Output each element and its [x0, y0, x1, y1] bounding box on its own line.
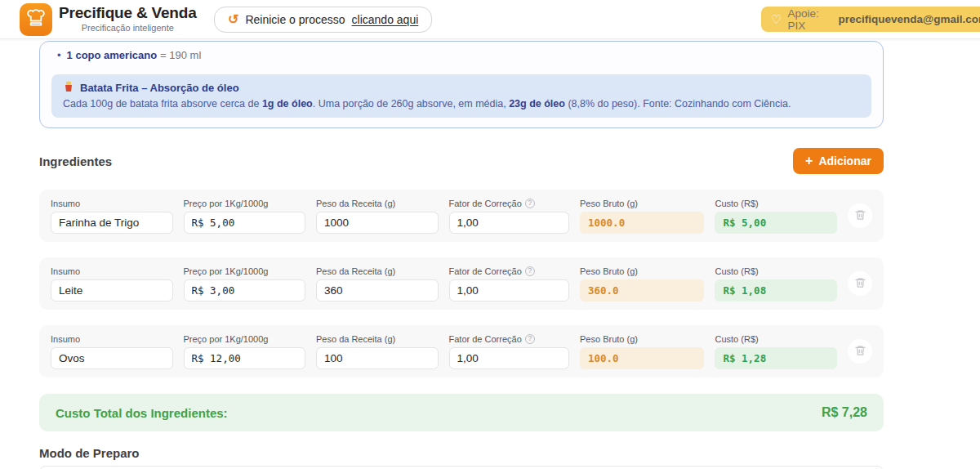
- refresh-icon: ↺: [228, 13, 238, 26]
- add-ingredient-label: Adicionar: [818, 154, 871, 168]
- bullet-icon: •: [57, 49, 61, 61]
- ingredient-row: Insumo Preço por 1Kg/1000g Peso da Recei…: [39, 190, 884, 242]
- peso-receita-input[interactable]: [316, 347, 439, 369]
- insumo-cell: Insumo: [51, 334, 173, 369]
- total-value: R$ 7,28: [822, 405, 867, 420]
- preco-input[interactable]: [184, 347, 306, 369]
- fator-cell: Fator de Correção?: [449, 199, 570, 234]
- trash-icon: [854, 276, 866, 292]
- tip-title: Batata Frita – Absorção de óleo: [80, 82, 239, 94]
- fator-label: Fator de Correção?: [449, 266, 570, 276]
- plus-icon: +: [805, 154, 813, 168]
- fator-input[interactable]: [449, 279, 570, 302]
- preco-label: Preço por 1Kg/1000g: [184, 266, 306, 276]
- support-pix-banner[interactable]: ♡ Apoie: PIX precifiquevenda@gmail.com: [761, 7, 980, 32]
- total-label: Custo Total dos Ingredientes:: [56, 406, 228, 420]
- brand: Precifique & Venda Precificação intelige…: [59, 4, 197, 33]
- info-icon[interactable]: ?: [525, 334, 535, 344]
- tip-segment: Cada 100g de batata frita absorve cerca …: [63, 98, 262, 109]
- fator-cell: Fator de Correção?: [449, 266, 570, 302]
- custo-label: Custo (R$): [715, 266, 837, 276]
- custo-cell: Custo (R$): [715, 199, 837, 234]
- insumo-cell: Insumo: [51, 199, 173, 234]
- ingredient-row: Insumo Preço por 1Kg/1000g Peso da Recei…: [39, 257, 884, 310]
- insumo-label: Insumo: [51, 266, 173, 276]
- app-title: Precifique & Venda: [59, 4, 197, 22]
- preco-label: Preço por 1Kg/1000g: [184, 199, 306, 208]
- peso-bruto-output: [580, 279, 704, 302]
- tip-segment-bold: 1g de óleo: [262, 98, 313, 109]
- fator-input[interactable]: [449, 212, 570, 234]
- chef-hat-icon: [25, 7, 47, 32]
- preco-input[interactable]: [184, 279, 306, 302]
- peso-receita-label: Peso da Receita (g): [316, 199, 439, 208]
- ingredient-row: Insumo Preço por 1Kg/1000g Peso da Recei…: [39, 325, 884, 377]
- row-actions: [848, 271, 872, 296]
- peso-receita-input[interactable]: [316, 212, 439, 234]
- preco-cell: Preço por 1Kg/1000g: [184, 334, 306, 369]
- insumo-label: Insumo: [51, 199, 173, 208]
- support-text: Apoie: PIX: [787, 7, 832, 32]
- tip-segment: (8,8% do peso). Fonte: Cozinhando com Ci…: [565, 98, 791, 109]
- custo-label: Custo (R$): [715, 199, 837, 208]
- tip-box: Batata Frita – Absorção de óleo Cada 100…: [51, 74, 871, 118]
- insumo-cell: Insumo: [51, 266, 173, 302]
- heart-icon: ♡: [771, 13, 782, 25]
- measure-value: = 190 ml: [160, 49, 201, 61]
- peso-bruto-cell: Peso Bruto (g): [580, 334, 704, 369]
- peso-receita-label: Peso da Receita (g): [316, 266, 439, 276]
- insumo-input[interactable]: [51, 347, 173, 369]
- info-icon[interactable]: ?: [525, 199, 535, 208]
- prep-heading: Modo de Preparo: [39, 446, 140, 460]
- peso-bruto-cell: Peso Bruto (g): [580, 199, 704, 234]
- row-actions: [848, 339, 872, 364]
- custo-output: [715, 279, 837, 302]
- custo-output: [715, 347, 837, 369]
- delete-ingredient-button[interactable]: [848, 203, 872, 228]
- fator-input[interactable]: [449, 347, 570, 369]
- trash-icon: [854, 344, 866, 360]
- preco-cell: Preço por 1Kg/1000g: [184, 266, 306, 302]
- ingredients-heading: Ingredientes: [39, 154, 112, 168]
- app-subtitle: Precificação inteligente: [59, 23, 197, 33]
- preco-input[interactable]: [184, 212, 306, 234]
- fator-label: Fator de Correção?: [449, 334, 570, 344]
- custo-cell: Custo (R$): [715, 266, 837, 302]
- peso-bruto-output: [580, 347, 704, 369]
- info-icon[interactable]: ?: [525, 266, 535, 276]
- peso-bruto-label: Peso Bruto (g): [580, 334, 704, 344]
- fries-icon: [63, 81, 74, 95]
- peso-receita-label: Peso da Receita (g): [316, 334, 439, 344]
- peso-bruto-output: [580, 212, 704, 234]
- insumo-input[interactable]: [51, 212, 173, 234]
- tip-segment: . Uma porção de 260g absorve, em média,: [313, 98, 509, 109]
- measure-item: •1 copo americano= 190 ml: [57, 49, 201, 61]
- peso-bruto-label: Peso Bruto (g): [580, 199, 704, 208]
- insumo-label: Insumo: [51, 334, 173, 344]
- restart-link[interactable]: clicando aqui: [352, 13, 419, 26]
- tip-title-line: Batata Frita – Absorção de óleo: [63, 81, 860, 95]
- support-pix-email: precifiquevenda@gmail.com: [839, 13, 980, 25]
- peso-receita-cell: Peso da Receita (g): [316, 334, 439, 369]
- custo-label: Custo (R$): [715, 334, 837, 344]
- peso-receita-input[interactable]: [316, 279, 439, 302]
- peso-bruto-label: Peso Bruto (g): [580, 266, 704, 276]
- restart-process-button[interactable]: ↺ Reinicie o processo clicando aqui: [214, 7, 432, 33]
- fator-cell: Fator de Correção?: [449, 334, 570, 369]
- tip-segment-bold: 23g de óleo: [509, 98, 565, 109]
- custo-cell: Custo (R$): [715, 334, 837, 369]
- delete-ingredient-button[interactable]: [848, 339, 872, 364]
- delete-ingredient-button[interactable]: [848, 271, 872, 296]
- fator-label: Fator de Correção?: [449, 199, 570, 208]
- measure-term: 1 copo americano: [67, 49, 158, 61]
- add-ingredient-button[interactable]: + Adicionar: [793, 148, 884, 174]
- tip-body: Cada 100g de batata frita absorve cerca …: [63, 98, 860, 109]
- restart-text: Reinicie o processo: [245, 13, 345, 26]
- peso-receita-cell: Peso da Receita (g): [316, 199, 439, 234]
- prep-textarea[interactable]: [39, 466, 884, 469]
- peso-receita-cell: Peso da Receita (g): [316, 266, 439, 302]
- ingredients-total-bar: Custo Total dos Ingredientes: R$ 7,28: [39, 394, 884, 431]
- row-actions: [848, 203, 872, 228]
- insumo-input[interactable]: [51, 279, 173, 302]
- custo-output: [715, 212, 837, 234]
